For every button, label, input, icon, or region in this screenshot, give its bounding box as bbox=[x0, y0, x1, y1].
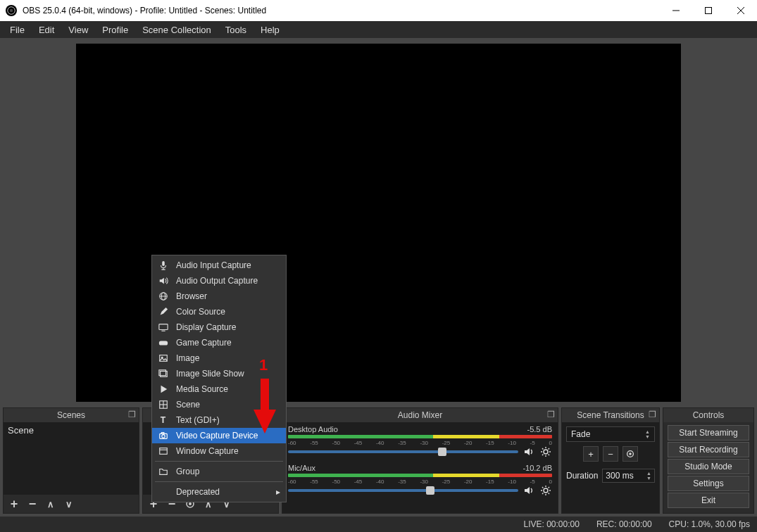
duration-label: Duration bbox=[566, 471, 598, 481]
context-menu-item[interactable]: Color Source bbox=[152, 304, 286, 319]
duration-spinner[interactable]: 300 ms ▲▼ bbox=[602, 469, 655, 483]
window-title: OBS 25.0.4 (64-bit, windows) - Profile: … bbox=[23, 6, 266, 15]
mute-button[interactable] bbox=[523, 445, 535, 458]
status-cpu: CPU: 1.0%, 30.00 fps bbox=[669, 519, 750, 529]
work-area: Scenes ❐ Scene + − ∧ ∨ Sources ❐ bbox=[0, 38, 757, 517]
channel-db: -5.5 dB bbox=[527, 425, 552, 433]
annotation-number: 1 bbox=[259, 356, 268, 374]
context-menu-label: Audio Output Capture bbox=[176, 276, 258, 286]
menu-file[interactable]: File bbox=[3, 23, 32, 37]
add-scene-button[interactable]: + bbox=[6, 497, 22, 511]
preview-container bbox=[0, 38, 757, 407]
start-recording-button[interactable]: Start Recording bbox=[668, 442, 749, 457]
window-titlebar: OBS 25.0.4 (64-bit, windows) - Profile: … bbox=[0, 0, 757, 21]
globe-icon bbox=[158, 291, 169, 302]
context-menu-label: Window Capture bbox=[176, 446, 239, 456]
dock-popout-icon[interactable]: ❐ bbox=[546, 410, 555, 419]
context-menu-item[interactable]: Game Capture bbox=[152, 335, 286, 350]
svg-point-32 bbox=[162, 435, 165, 438]
context-menu-label: Media Source bbox=[176, 384, 228, 394]
mixer-header: Audio Mixer ❐ bbox=[282, 408, 558, 422]
menu-scene-collection[interactable]: Scene Collection bbox=[135, 23, 218, 37]
context-menu-item[interactable]: Audio Input Capture bbox=[152, 258, 286, 273]
context-menu-label: Video Capture Device bbox=[176, 431, 258, 441]
slider-thumb[interactable] bbox=[438, 448, 446, 456]
vu-meter bbox=[288, 435, 552, 438]
svg-marker-26 bbox=[161, 386, 168, 393]
controls-dock: Controls Start Streaming Start Recording… bbox=[663, 407, 754, 514]
bottom-docks: Scenes ❐ Scene + − ∧ ∨ Sources ❐ bbox=[0, 407, 757, 517]
svg-marker-10 bbox=[525, 487, 530, 494]
text-icon: T bbox=[158, 414, 169, 426]
svg-point-11 bbox=[544, 488, 548, 493]
context-menu-label: Display Capture bbox=[176, 322, 236, 332]
add-transition-button[interactable]: + bbox=[583, 446, 599, 462]
svg-point-9 bbox=[544, 450, 548, 454]
channel-settings-button[interactable] bbox=[539, 445, 552, 458]
controls-header: Controls bbox=[663, 408, 753, 422]
transition-select[interactable]: Fade ▲▼ bbox=[566, 426, 655, 442]
controls-title: Controls bbox=[693, 410, 725, 420]
menu-edit[interactable]: Edit bbox=[32, 23, 61, 37]
svg-rect-3 bbox=[706, 8, 712, 14]
app-frame: File Edit View Profile Scene Collection … bbox=[0, 21, 757, 532]
menu-separator bbox=[155, 461, 283, 462]
folder-icon bbox=[158, 466, 169, 477]
context-menu-label: Scene bbox=[176, 400, 200, 410]
close-button[interactable] bbox=[725, 0, 757, 21]
context-menu-item-group[interactable]: Group bbox=[152, 464, 286, 479]
studio-mode-button[interactable]: Studio Mode bbox=[668, 459, 749, 474]
maximize-button[interactable] bbox=[692, 0, 725, 21]
mixer-body: Desktop Audio-5.5 dB-60-55-50-45-40-35-3… bbox=[282, 422, 558, 513]
menu-tools[interactable]: Tools bbox=[218, 23, 254, 37]
menubar: File Edit View Profile Scene Collection … bbox=[0, 21, 757, 38]
scene-icon bbox=[158, 399, 169, 410]
svg-point-1 bbox=[10, 9, 13, 13]
vu-meter bbox=[288, 474, 552, 477]
svg-rect-21 bbox=[159, 341, 168, 345]
settings-button[interactable]: Settings bbox=[668, 476, 749, 491]
remove-transition-button[interactable]: − bbox=[603, 446, 618, 462]
menu-view[interactable]: View bbox=[61, 23, 95, 37]
context-menu-item[interactable]: Window Capture bbox=[152, 443, 286, 459]
context-menu-item[interactable]: Browser bbox=[152, 289, 286, 304]
volume-slider[interactable] bbox=[288, 450, 518, 453]
statusbar: LIVE: 00:00:00 REC: 00:00:00 CPU: 1.0%, … bbox=[0, 517, 757, 532]
exit-button[interactable]: Exit bbox=[668, 493, 749, 508]
svg-point-13 bbox=[629, 452, 632, 455]
spinner-arrows-icon: ▲▼ bbox=[646, 471, 651, 481]
menu-help[interactable]: Help bbox=[254, 23, 287, 37]
svg-marker-15 bbox=[160, 278, 164, 284]
image-icon bbox=[158, 353, 169, 364]
minimize-button[interactable] bbox=[660, 0, 692, 21]
scenes-list[interactable]: Scene bbox=[4, 422, 139, 495]
move-scene-up-button[interactable]: ∧ bbox=[43, 497, 58, 511]
mixer-title: Audio Mixer bbox=[398, 410, 442, 420]
dock-popout-icon[interactable]: ❐ bbox=[648, 410, 656, 419]
context-menu-label: Color Source bbox=[176, 307, 225, 317]
svg-point-7 bbox=[189, 502, 192, 505]
mute-button[interactable] bbox=[523, 484, 535, 497]
move-scene-down-button[interactable]: ∨ bbox=[61, 497, 77, 511]
remove-scene-button[interactable]: − bbox=[25, 497, 40, 511]
channel-settings-button[interactable] bbox=[539, 484, 552, 497]
context-menu-item[interactable]: Audio Output Capture bbox=[152, 273, 286, 289]
camera-icon bbox=[158, 430, 169, 441]
audio-mixer-dock: Audio Mixer ❐ Desktop Audio-5.5 dB-60-55… bbox=[282, 407, 558, 514]
transition-properties-button[interactable] bbox=[623, 446, 638, 462]
context-menu-label: Text (GDI+) bbox=[176, 415, 220, 425]
menu-profile[interactable]: Profile bbox=[95, 23, 135, 37]
meter-ticks: -60-55-50-45-40-35-30-25-20-15-10-50 bbox=[288, 479, 552, 484]
start-streaming-button[interactable]: Start Streaming bbox=[668, 425, 749, 441]
scene-item[interactable]: Scene bbox=[4, 422, 139, 438]
context-menu-item-deprecated[interactable]: Deprecated▸ bbox=[152, 484, 286, 500]
slider-thumb[interactable] bbox=[426, 486, 434, 495]
gamepad-icon bbox=[158, 337, 169, 348]
dock-popout-icon[interactable]: ❐ bbox=[127, 410, 136, 419]
mixer-channel: Desktop Audio-5.5 dB-60-55-50-45-40-35-3… bbox=[282, 422, 558, 461]
play-icon bbox=[158, 384, 169, 395]
monitor-icon bbox=[158, 322, 169, 333]
context-menu-item[interactable]: Display Capture bbox=[152, 319, 286, 335]
transitions-title: Scene Transitions bbox=[577, 410, 644, 420]
volume-slider[interactable] bbox=[288, 489, 518, 492]
